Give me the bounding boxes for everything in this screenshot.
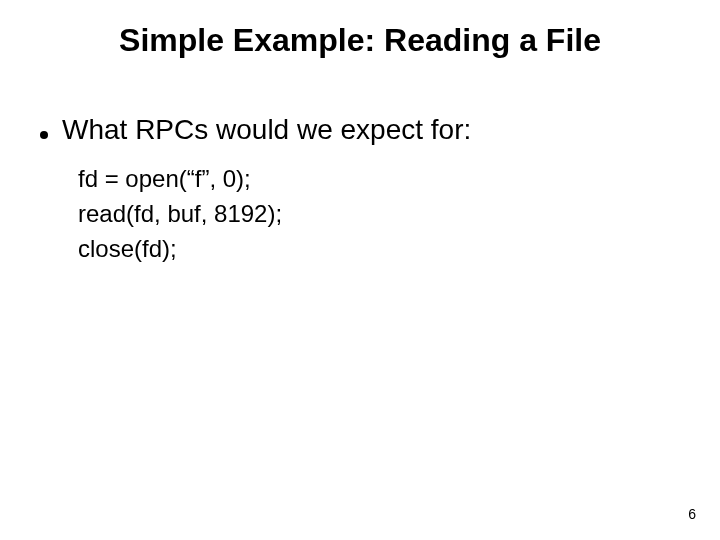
bullet-text: What RPCs would we expect for: — [62, 114, 471, 146]
page-number: 6 — [688, 506, 696, 522]
code-line-2: read(fd, buf, 8192); — [78, 197, 282, 232]
code-line-3: close(fd); — [78, 232, 282, 267]
bullet-item: What RPCs would we expect for: — [40, 114, 471, 146]
bullet-dot-icon — [40, 131, 48, 139]
code-block: fd = open(“f”, 0); read(fd, buf, 8192); … — [78, 162, 282, 266]
slide: Simple Example: Reading a File What RPCs… — [0, 0, 720, 540]
slide-title: Simple Example: Reading a File — [0, 22, 720, 59]
code-line-1: fd = open(“f”, 0); — [78, 162, 282, 197]
